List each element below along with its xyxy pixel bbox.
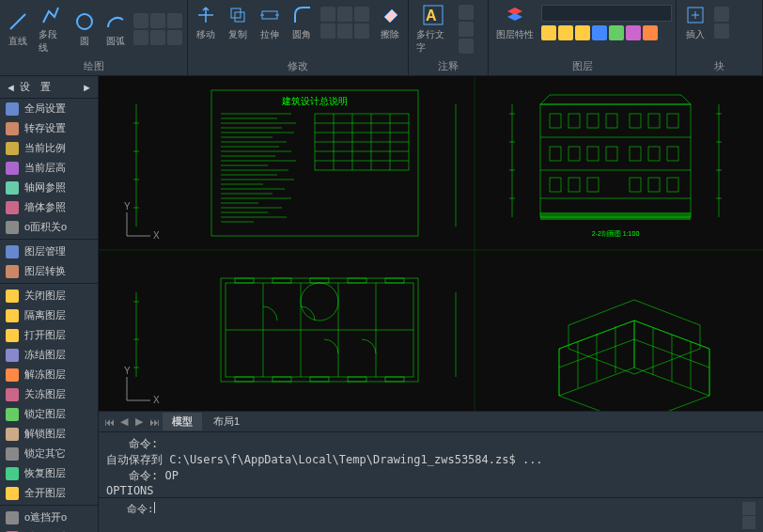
command-scroll-up[interactable] [742, 502, 755, 515]
svg-rect-48 [550, 114, 561, 128]
arc-tool[interactable]: 圆弧 [102, 8, 130, 50]
command-scroll-down[interactable] [742, 516, 755, 529]
move-tool[interactable]: 移动 [192, 2, 220, 43]
sidebar-item-icon [6, 349, 19, 362]
sidebar-item[interactable]: 当前层高 [0, 158, 98, 178]
layer-dropdown[interactable] [541, 5, 672, 22]
svg-rect-66 [648, 178, 660, 192]
sidebar-item[interactable]: o遮挡开o [0, 508, 98, 527]
panel-label-draw: 绘图 [0, 56, 188, 75]
sidebar-item[interactable]: 当前比例 [0, 138, 98, 158]
layer-tool-1[interactable] [541, 25, 556, 40]
draw-small-tool-1[interactable] [133, 13, 148, 28]
block-small-1[interactable] [714, 7, 729, 22]
sidebar-item[interactable]: 关冻图层 [0, 384, 98, 404]
arc-label: 圆弧 [106, 35, 125, 48]
layer-tool-6[interactable] [626, 25, 641, 40]
sidebar-item[interactable]: 图层转换 [0, 261, 98, 281]
modify-small-tool-6[interactable] [354, 23, 369, 39]
layer-tool-3[interactable] [575, 25, 590, 40]
tab-next[interactable]: ▶ [132, 415, 146, 429]
tab-first[interactable]: ⏮ [102, 415, 116, 429]
svg-rect-62 [550, 178, 561, 192]
sidebar-item[interactable]: 图层管理 [0, 242, 98, 261]
line-tool[interactable]: 直线 [4, 8, 31, 50]
svg-rect-60 [648, 147, 660, 161]
svg-rect-57 [587, 147, 599, 161]
layer-tool-7[interactable] [643, 25, 658, 40]
annotate-small-3[interactable] [459, 39, 474, 54]
sidebar-item[interactable]: 轴网参照 [0, 178, 98, 197]
erase-label: 擦除 [381, 28, 399, 41]
mtext-tool[interactable]: A 多行文字 [413, 2, 455, 56]
svg-text:X: X [153, 395, 160, 405]
polyline-tool[interactable]: 多段线 [35, 2, 67, 56]
sidebar-item[interactable]: o面积关o [0, 217, 98, 237]
svg-rect-67 [667, 178, 678, 192]
svg-rect-65 [630, 178, 641, 192]
modify-small-tool-4[interactable] [320, 23, 335, 39]
layer-tool-2[interactable] [558, 25, 573, 40]
drawing-canvas[interactable]: 建筑设计总说明 [99, 76, 763, 411]
cad-drawing: 建筑设计总说明 [99, 76, 763, 411]
draw-small-tool-4[interactable] [133, 30, 148, 45]
modify-small-tool-5[interactable] [337, 23, 352, 39]
annotate-small-1[interactable] [459, 5, 474, 20]
line-icon [7, 10, 29, 33]
sidebar-item-icon [6, 408, 19, 421]
copy-tool[interactable]: 复制 [224, 2, 252, 43]
layer-tool-5[interactable] [609, 25, 624, 40]
sidebar-item[interactable]: 打开图层 [0, 325, 98, 345]
layer-properties-tool[interactable]: 图层特性 [492, 2, 537, 43]
svg-text:Y: Y [124, 201, 131, 211]
ribbon-panel-modify: 移动 复制 拉伸 圆角 [188, 0, 409, 56]
circle-tool[interactable]: 圆 [71, 8, 99, 50]
sidebar-item[interactable]: 冻结图层 [0, 345, 98, 365]
sidebar-item[interactable]: 解锁图层 [0, 424, 98, 444]
tab-prev[interactable]: ◀ [117, 415, 131, 429]
draw-small-tool-3[interactable] [167, 13, 182, 28]
draw-small-tool-5[interactable] [150, 30, 165, 45]
stretch-label: 拉伸 [260, 28, 279, 41]
annotate-small-2[interactable] [459, 22, 474, 37]
stretch-tool[interactable]: 拉伸 [256, 2, 284, 43]
sidebar-item[interactable]: 隔离图层 [0, 305, 98, 325]
insert-tool[interactable]: 插入 [680, 2, 710, 43]
sidebar-item[interactable]: 关闭图层 [0, 286, 98, 305]
expand-icon: ► [82, 82, 92, 93]
erase-tool[interactable]: 擦除 [376, 2, 404, 43]
tab-last[interactable]: ⏭ [148, 415, 161, 429]
sidebar-item-label: 解冻图层 [24, 368, 66, 382]
sidebar-item-label: 全开图层 [24, 486, 66, 500]
modify-small-tool-1[interactable] [320, 7, 335, 22]
sidebar-group-4: o遮挡开o重置关系 [0, 508, 98, 532]
erase-icon [379, 4, 401, 26]
sidebar-item[interactable]: 锁定其它 [0, 444, 98, 463]
modify-small-tool-2[interactable] [337, 7, 352, 22]
sidebar-item[interactable]: 全开图层 [0, 483, 98, 503]
sidebar: ◄ 设 置 ► 全局设置转存设置当前比例当前层高轴网参照墙体参照o面积关o 图层… [0, 76, 99, 532]
fillet-tool[interactable]: 圆角 [288, 2, 316, 43]
draw-small-tool-6[interactable] [167, 30, 182, 45]
sidebar-item[interactable]: 恢复图层 [0, 463, 98, 483]
svg-rect-101 [348, 278, 366, 283]
layer-tool-4[interactable] [592, 25, 607, 40]
sidebar-item[interactable]: 转存设置 [0, 118, 98, 138]
modify-small-tool-3[interactable] [354, 7, 369, 22]
sidebar-header[interactable]: ◄ 设 置 ► [0, 76, 98, 99]
sidebar-item[interactable]: 墙体参照 [0, 197, 98, 217]
sidebar-item-label: 关闭图层 [24, 289, 66, 303]
command-input[interactable] [155, 502, 742, 529]
sidebar-item-label: o面积关o [24, 220, 67, 234]
command-area: 命令: 自动保存到 C:\Users\f\AppData\Local\Temp\… [99, 431, 763, 532]
tab-layout1[interactable]: 布局1 [204, 413, 249, 430]
sidebar-item-label: 冻结图层 [24, 348, 66, 362]
tab-model[interactable]: 模型 [163, 413, 202, 430]
sidebar-item[interactable]: 锁定图层 [0, 404, 98, 424]
block-small-2[interactable] [714, 23, 729, 39]
command-line[interactable]: 命令: [99, 497, 763, 532]
sidebar-item[interactable]: 全局设置 [0, 99, 98, 118]
sidebar-item[interactable]: 解冻图层 [0, 365, 98, 384]
sidebar-item[interactable]: 重置关系 [0, 527, 98, 532]
draw-small-tool-2[interactable] [150, 13, 165, 28]
